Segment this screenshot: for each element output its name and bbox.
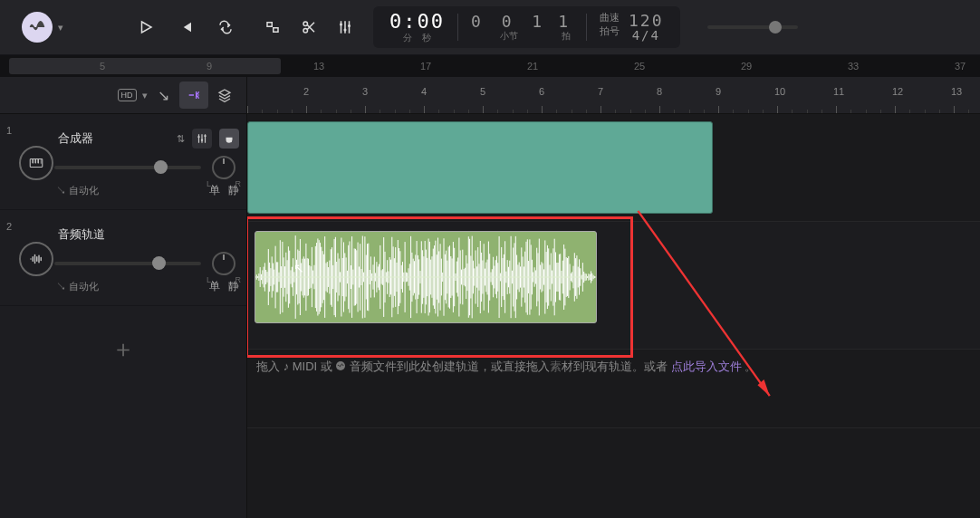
time-counter[interactable]: 0:00 分 秒 — [389, 12, 445, 43]
ruler-label: 11 — [833, 86, 844, 97]
automation-toggle[interactable]: ↘ 自动化 — [56, 280, 99, 293]
timeline-ruler[interactable]: 2345678910111213 — [247, 77, 980, 114]
volume-slider[interactable] — [54, 262, 201, 265]
pan-knob[interactable] — [212, 156, 235, 179]
overview-mark: 33 — [848, 61, 859, 72]
track-header-1[interactable]: 1 合成器 ⇅ — [0, 114, 246, 210]
scissors-button[interactable] — [299, 17, 319, 37]
edit-tools — [263, 17, 355, 37]
svg-point-7 — [198, 91, 199, 92]
snap-button[interactable] — [179, 82, 208, 109]
fx-button[interactable] — [192, 129, 212, 149]
plugin-button[interactable] — [219, 129, 239, 149]
transport-controls — [136, 17, 235, 37]
app-logo[interactable] — [22, 12, 53, 43]
svg-point-4 — [340, 24, 342, 26]
track-lane-1[interactable] — [247, 114, 980, 222]
audio-clip[interactable]: ↖ — [255, 231, 597, 323]
hd-badge[interactable]: HD▾ — [118, 82, 147, 109]
svg-point-9 — [198, 98, 199, 99]
plus-icon: ＋ — [111, 333, 135, 365]
ruler-label: 3 — [362, 86, 368, 97]
timeline-area[interactable]: 2345678910111213 ↖ 拖入 ♪ MIDI 或 音频文件到此处创建… — [247, 77, 980, 518]
loop-button[interactable] — [216, 17, 235, 37]
mixer-button[interactable] — [335, 17, 355, 37]
import-file-link[interactable]: 点此导入文件 — [671, 360, 742, 373]
volume-slider[interactable] — [54, 166, 201, 169]
ruler-label: 6 — [539, 86, 544, 97]
svg-point-2 — [303, 22, 308, 26]
svg-point-6 — [348, 24, 351, 27]
volume-thumb[interactable] — [154, 160, 168, 174]
time-display: 0:00 分 秒 0 0 1 小节 1 拍 曲速 拍号 120 4/4 — [373, 6, 680, 48]
ruler-label: 2 — [303, 86, 309, 97]
drop-hint-lane[interactable]: 拖入 ♪ MIDI 或 音频文件到此处创建轨道，或直接拖入素材到现有轨道。或者 … — [247, 350, 980, 428]
ruler-label: 13 — [951, 86, 962, 97]
zoom-slider[interactable] — [707, 25, 798, 29]
svg-rect-1 — [274, 28, 278, 33]
zoom-thumb[interactable] — [769, 21, 782, 34]
overview-mark: 29 — [741, 61, 752, 72]
overview-mark: 37 — [955, 61, 966, 72]
overview-mark: 21 — [527, 61, 538, 72]
ruler-label: 8 — [657, 86, 662, 97]
svg-rect-13 — [38, 158, 40, 163]
track-lane-2[interactable]: ↖ — [247, 222, 980, 350]
track-name-label[interactable]: 合成器 — [58, 130, 93, 147]
add-track-button[interactable]: ＋ — [0, 306, 246, 518]
svg-point-16 — [204, 135, 206, 137]
pan-knob[interactable] — [212, 252, 235, 275]
svg-rect-12 — [35, 158, 37, 163]
ruler-label: 4 — [421, 86, 427, 97]
automation-toggle[interactable]: ↘ 自动化 — [56, 184, 99, 197]
audio-wave-icon — [19, 242, 53, 276]
select-tool-button[interactable] — [263, 17, 283, 37]
overview-strip[interactable]: 5913172125293337 — [0, 55, 980, 77]
time-value: 0:00 — [389, 12, 445, 32]
track-name-label[interactable]: 音频轨道 — [58, 226, 105, 243]
play-button[interactable] — [136, 17, 156, 37]
svg-point-3 — [303, 29, 308, 34]
top-toolbar: ▾ 0:00 分 秒 0 0 1 小节 1 拍 曲速 — [0, 0, 980, 55]
track-header-2[interactable]: 2 音频轨道 L R — [0, 210, 246, 306]
overview-mark: 9 — [207, 61, 212, 72]
piano-icon — [19, 146, 53, 180]
bar-counter[interactable]: 0 0 1 小节 — [471, 14, 547, 41]
track-number: 2 — [0, 217, 18, 300]
track-number: 1 — [0, 121, 18, 204]
drop-hint-text: 拖入 ♪ MIDI 或 音频文件到此处创建轨道，或直接拖入素材到现有轨道。或者 … — [256, 357, 756, 377]
layers-icon[interactable] — [210, 82, 239, 109]
ruler-label: 9 — [716, 86, 721, 97]
svg-point-5 — [344, 29, 347, 32]
waveform-icon — [255, 232, 596, 322]
svg-rect-0 — [267, 23, 272, 27]
beat-counter[interactable]: 1 拍 — [558, 14, 573, 41]
overview-viewport[interactable] — [9, 58, 281, 74]
ruler-label: 10 — [774, 86, 785, 97]
mouse-cursor-icon: ↖ — [293, 261, 304, 275]
svg-point-14 — [197, 136, 199, 138]
svg-point-15 — [201, 139, 203, 141]
overview-mark: 5 — [100, 61, 105, 72]
expand-icon[interactable]: ⇅ — [177, 133, 185, 145]
track-tools-row: HD▾ ↘ — [0, 77, 246, 114]
overview-mark: 13 — [313, 61, 324, 72]
ruler-label: 5 — [480, 86, 485, 97]
logo-dropdown-icon[interactable]: ▾ — [58, 22, 63, 34]
track-headers-panel: HD▾ ↘ 1 合成器 ⇅ — [0, 77, 247, 518]
svg-point-8 — [198, 94, 199, 95]
rewind-button[interactable] — [176, 17, 196, 37]
automation-view-icon[interactable]: ↘ — [149, 82, 178, 109]
svg-rect-11 — [33, 158, 34, 163]
overview-mark: 25 — [634, 61, 645, 72]
overview-mark: 17 — [420, 61, 431, 72]
midi-clip[interactable] — [247, 121, 713, 214]
tempo-display[interactable]: 曲速 拍号 — [600, 13, 620, 42]
ruler-label: 7 — [598, 86, 603, 97]
volume-thumb[interactable] — [152, 256, 166, 270]
ruler-label: 12 — [892, 86, 903, 97]
